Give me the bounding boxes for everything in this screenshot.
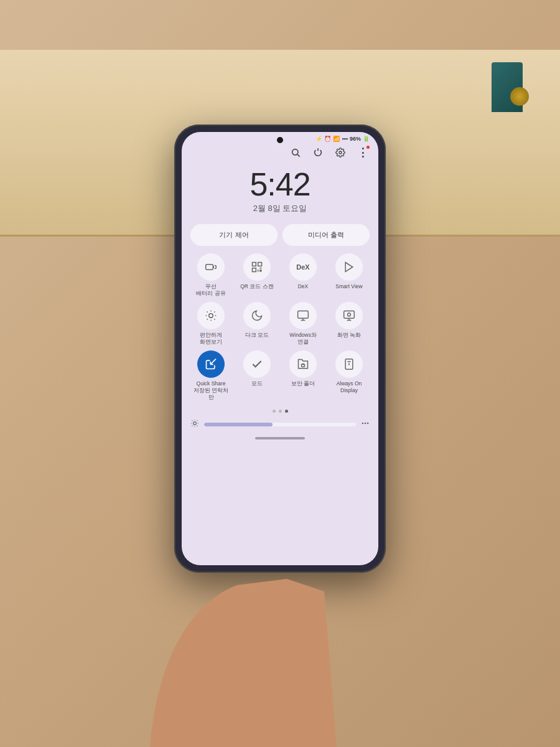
quick-item-quick-share[interactable]: Quick Share저장된 연락처만: [190, 350, 231, 401]
quick-share-label: Quick Share저장된 연락처만: [192, 380, 230, 401]
quick-share-icon: [197, 350, 225, 378]
signal-icon: ▪▪▪: [342, 136, 348, 142]
device-control-button[interactable]: 기기 제어: [190, 224, 278, 246]
notification-badge: [366, 146, 370, 149]
brightness-control[interactable]: [182, 416, 378, 435]
svg-line-19: [214, 319, 215, 319]
svg-point-15: [209, 314, 213, 318]
brightness-track[interactable]: [204, 423, 356, 426]
clock-display: 5:42: [250, 168, 310, 200]
svg-point-46: [365, 423, 365, 424]
quick-item-qr-scan[interactable]: QR 코드 스캔: [236, 253, 278, 297]
panel-buttons: 기기 제어 미디어 출력: [182, 224, 378, 253]
more-options-icon[interactable]: ⋮: [356, 146, 370, 159]
always-on-display-icon: [335, 350, 363, 378]
settings-icon[interactable]: [334, 146, 347, 159]
always-on-display-label: Always OnDisplay: [337, 380, 362, 394]
quick-settings-row2: 편안하게화면보기 다크 모드: [182, 302, 378, 350]
search-icon[interactable]: [289, 146, 302, 159]
windows-connect-icon: [289, 302, 317, 329]
svg-point-2: [339, 151, 342, 154]
phone-frame: ⚡ ⏰ 📶 ▪▪▪ 96% 🔋: [174, 125, 386, 573]
quick-item-secure-folder[interactable]: 보안 폴더: [282, 350, 324, 401]
status-icons: ⚡ ⏰ 📶 ▪▪▪ 96% 🔋: [315, 136, 370, 142]
svg-line-40: [197, 426, 198, 426]
quick-item-screen-record[interactable]: 화면 녹화: [329, 302, 370, 345]
scene: ⚡ ⏰ 📶 ▪▪▪ 96% 🔋: [0, 0, 560, 747]
quick-settings-row1: 무선배터리 공유: [182, 253, 378, 302]
date-display: 2월 8일 토요일: [253, 203, 307, 214]
quick-item-windows-connect[interactable]: Windows와연결: [282, 302, 324, 345]
svg-line-44: [197, 421, 198, 421]
battery-icon: 🔋: [363, 136, 370, 142]
dex-label: DeX: [298, 283, 309, 290]
dark-mode-icon: [243, 302, 271, 329]
screen-record-label: 화면 녹화: [337, 332, 361, 339]
svg-line-23: [214, 312, 215, 312]
quick-item-comfortable-view[interactable]: 편안하게화면보기: [190, 302, 231, 345]
svg-line-18: [207, 312, 208, 312]
smart-view-icon: [335, 253, 363, 281]
page-dot-2: [279, 410, 282, 413]
mode-label: 모드: [251, 380, 263, 387]
brightness-more-icon[interactable]: [361, 419, 370, 430]
dex-icon: DeX: [289, 253, 317, 281]
svg-point-32: [302, 364, 304, 365]
qr-scan-label: QR 코드 스캔: [240, 283, 273, 290]
windows-connect-label: Windows와연결: [289, 332, 316, 345]
media-output-button[interactable]: 미디어 출력: [282, 224, 370, 246]
svg-point-45: [362, 423, 363, 424]
phone-screen: ⚡ ⏰ 📶 ▪▪▪ 96% 🔋: [182, 132, 378, 565]
time-section: 5:42 2월 8일 토요일: [182, 162, 378, 224]
svg-rect-24: [298, 311, 309, 319]
smart-view-label: Smart View: [335, 283, 362, 290]
quick-item-mode[interactable]: 모드: [236, 350, 278, 401]
front-camera: [277, 137, 283, 143]
svg-rect-6: [253, 263, 256, 266]
quick-item-smart-view[interactable]: Smart View: [329, 253, 370, 297]
svg-line-1: [297, 154, 300, 157]
quick-item-wireless-battery[interactable]: 무선배터리 공유: [190, 253, 231, 297]
alarm-icon: ⏰: [324, 136, 331, 142]
wifi-icon: 📶: [333, 136, 340, 142]
wireless-battery-icon: [197, 253, 225, 281]
quick-item-always-on-display[interactable]: Always OnDisplay: [329, 350, 370, 401]
svg-rect-7: [258, 263, 262, 266]
svg-point-36: [194, 422, 197, 425]
svg-rect-3: [206, 265, 213, 270]
home-indicator[interactable]: [255, 437, 305, 439]
svg-point-0: [292, 149, 298, 155]
brightness-low-icon: [190, 419, 199, 430]
quick-item-dex[interactable]: DeX DeX: [282, 253, 324, 297]
svg-line-43: [192, 426, 192, 426]
secure-folder-icon: [289, 350, 317, 378]
svg-rect-13: [259, 270, 261, 271]
brightness-fill: [204, 423, 273, 426]
page-dots: [182, 406, 378, 416]
page-dot-3: [285, 410, 288, 413]
comfortable-view-icon: [197, 302, 225, 329]
svg-point-47: [368, 423, 368, 424]
quick-item-dark-mode[interactable]: 다크 모드: [236, 302, 278, 345]
quick-settings-row3: Quick Share저장된 연락처만 모드: [182, 350, 378, 406]
svg-point-28: [348, 313, 351, 316]
page-dot-1: [273, 410, 276, 413]
screen-record-icon: [335, 302, 363, 329]
bluetooth-icon: ⚡: [315, 136, 322, 142]
mode-icon: [243, 350, 271, 378]
svg-line-22: [207, 319, 208, 319]
svg-rect-27: [344, 311, 355, 319]
comfortable-view-label: 편안하게화면보기: [200, 332, 222, 345]
secure-folder-label: 보안 폴더: [291, 380, 315, 387]
power-icon[interactable]: [311, 146, 325, 159]
wireless-battery-label: 무선배터리 공유: [196, 283, 225, 297]
svg-line-39: [192, 421, 192, 421]
svg-rect-8: [253, 268, 256, 272]
svg-marker-14: [345, 263, 353, 272]
qr-scan-icon: [243, 253, 271, 281]
dark-mode-label: 다크 모드: [245, 332, 269, 339]
top-actions: ⋮: [182, 143, 378, 162]
battery-percent: 96%: [350, 136, 361, 142]
background-gold-item: [510, 87, 529, 106]
